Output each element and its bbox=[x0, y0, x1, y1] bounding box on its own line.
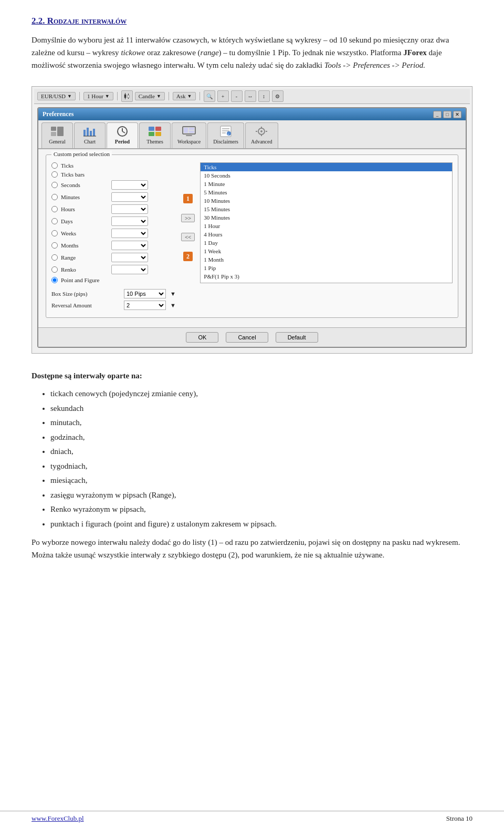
chart-type-arrow: ▼ bbox=[156, 94, 161, 99]
svg-rect-9 bbox=[83, 130, 86, 136]
list-item[interactable]: 1 Hour bbox=[201, 222, 452, 230]
dialog-maximize-btn[interactable]: □ bbox=[443, 111, 452, 118]
list-item: sekundach bbox=[50, 402, 472, 416]
list-item[interactable]: 1 Day bbox=[201, 239, 452, 247]
radio-seconds-input[interactable] bbox=[51, 182, 58, 188]
hours-select[interactable] bbox=[111, 204, 148, 214]
radio-range-label: Range bbox=[61, 254, 108, 261]
list-item: tickach cenowych (pojedynczej zmianie ce… bbox=[50, 387, 472, 401]
period-list[interactable]: Ticks10 Seconds1 Minute5 Minutes10 Minut… bbox=[200, 162, 453, 283]
radio-minutes-input[interactable] bbox=[51, 194, 58, 200]
radio-weeks-input[interactable] bbox=[51, 230, 58, 236]
toolbar-separator-1 bbox=[79, 92, 80, 100]
radio-range-input[interactable] bbox=[51, 254, 58, 261]
radio-renko: Renko bbox=[51, 265, 176, 274]
toolbar-btn-6[interactable]: ⚙ bbox=[272, 90, 284, 102]
radio-months-input[interactable] bbox=[51, 242, 58, 249]
days-select[interactable] bbox=[111, 216, 148, 226]
radio-renko-input[interactable] bbox=[51, 266, 58, 273]
page-footer: www.ForexClub.pl Strona 10 bbox=[0, 811, 504, 826]
toolbar-btn-4[interactable]: ↔ bbox=[245, 90, 256, 102]
dialog-footer: OK Cancel Default bbox=[38, 327, 466, 347]
months-select[interactable] bbox=[111, 241, 148, 250]
tab-advanced-label: Advanced bbox=[251, 139, 272, 144]
renko-select[interactable] bbox=[111, 265, 148, 274]
tab-themes[interactable]: Themes bbox=[139, 122, 171, 148]
pnf-reversal-select[interactable]: 2 bbox=[124, 301, 166, 310]
list-item[interactable]: Ticks bbox=[201, 163, 452, 171]
tab-workspace[interactable]: Workspace bbox=[172, 122, 206, 148]
tab-disclaimers[interactable]: i Disclaimers bbox=[207, 122, 244, 148]
list-item[interactable]: 1 Month bbox=[201, 255, 452, 264]
remove-period-btn[interactable]: << bbox=[181, 233, 195, 241]
radio-point-figure: Point and Figure bbox=[51, 277, 176, 283]
list-item: tygodniach, bbox=[50, 460, 472, 473]
dialog-tabs: General Chart bbox=[38, 120, 466, 149]
list-item[interactable]: 10 Minutes bbox=[201, 197, 452, 205]
list-item[interactable]: 1 Pip bbox=[201, 264, 452, 272]
list-item[interactable]: P&F(10 Pips x 2) bbox=[201, 281, 452, 283]
tab-period[interactable]: Period bbox=[107, 122, 138, 148]
candle-chart-icon bbox=[123, 92, 131, 100]
toolbar-btn-5[interactable]: ↕ bbox=[258, 90, 270, 102]
list-item[interactable]: 10 Seconds bbox=[201, 171, 452, 180]
screenshot-container: EUR/USD ▼ 1 Hour ▼ Candle ▼ Ask ▼ bbox=[32, 86, 472, 354]
candle-icon[interactable] bbox=[121, 90, 133, 102]
svg-rect-6 bbox=[51, 127, 56, 131]
disclaimers-tab-icon: i bbox=[218, 125, 233, 138]
list-item[interactable]: 1 Minute bbox=[201, 180, 452, 188]
svg-rect-17 bbox=[149, 127, 154, 131]
svg-point-33 bbox=[260, 130, 262, 132]
pair-selector[interactable]: EUR/USD ▼ bbox=[37, 92, 76, 100]
radio-ticks-bars-input[interactable] bbox=[51, 171, 58, 178]
weeks-select[interactable] bbox=[111, 229, 148, 238]
default-button[interactable]: Default bbox=[276, 332, 318, 343]
range-select[interactable] bbox=[111, 253, 148, 262]
svg-rect-12 bbox=[93, 129, 95, 136]
section-body-heading: Dostępne są interwały oparte na: bbox=[32, 369, 472, 382]
list-item[interactable]: 15 Minutes bbox=[201, 205, 452, 213]
list-item[interactable]: 5 Minutes bbox=[201, 188, 452, 197]
list-item[interactable]: 1 Week bbox=[201, 247, 452, 255]
timeframe-selector[interactable]: 1 Hour ▼ bbox=[83, 92, 113, 100]
advanced-tab-icon bbox=[254, 125, 269, 138]
body-list: tickach cenowych (pojedynczej zmianie ce… bbox=[50, 387, 472, 531]
cancel-button[interactable]: Cancel bbox=[226, 332, 268, 343]
list-item[interactable]: 4 Hours bbox=[201, 230, 452, 239]
chart-type-selector[interactable]: Candle ▼ bbox=[135, 92, 165, 100]
minutes-select[interactable] bbox=[111, 192, 148, 202]
svg-rect-24 bbox=[189, 131, 194, 133]
seconds-select[interactable] bbox=[111, 180, 148, 190]
svg-rect-11 bbox=[90, 131, 92, 136]
dialog-minimize-btn[interactable]: _ bbox=[433, 111, 442, 118]
toolbar-btn-1[interactable]: 🔍 bbox=[204, 90, 215, 102]
tab-disclaimers-label: Disclaimers bbox=[213, 139, 238, 144]
radio-ticks-input[interactable] bbox=[51, 162, 58, 169]
radio-seconds-label: Seconds bbox=[61, 182, 108, 188]
list-item[interactable]: 30 Minutes bbox=[201, 213, 452, 222]
paragraph-1: Domyślnie do wyboru jest aż 11 interwałó… bbox=[32, 34, 472, 71]
period-left-panel: Ticks Ticks bars Seconds bbox=[51, 162, 176, 312]
pnf-box-size-select[interactable]: 10 Pips bbox=[124, 289, 166, 298]
footer-link[interactable]: www.ForexClub.pl bbox=[32, 814, 84, 823]
list-item: minutach, bbox=[50, 416, 472, 430]
price-type-selector[interactable]: Ask ▼ bbox=[173, 92, 196, 100]
pnf-reversal-row: Reversal Amount 2 ▼ bbox=[51, 301, 176, 310]
radio-ticks: Ticks bbox=[51, 162, 176, 169]
dialog-close-btn[interactable]: ✕ bbox=[453, 111, 461, 118]
tab-chart[interactable]: Chart bbox=[74, 122, 106, 148]
tab-general[interactable]: General bbox=[41, 122, 73, 148]
toolbar-btn-2[interactable]: + bbox=[217, 90, 229, 102]
list-item[interactable]: P&F(1 Pip x 3) bbox=[201, 272, 452, 281]
radio-days-input[interactable] bbox=[51, 218, 58, 224]
ok-button[interactable]: OK bbox=[186, 332, 218, 343]
radio-hours-input[interactable] bbox=[51, 206, 58, 212]
svg-rect-0 bbox=[124, 95, 126, 98]
radio-minutes: Minutes bbox=[51, 192, 176, 202]
footer-page: Strona 10 bbox=[446, 814, 472, 823]
tab-advanced[interactable]: Advanced bbox=[245, 122, 278, 148]
radio-ticks-bars-label: Ticks bars bbox=[61, 171, 108, 178]
add-period-btn[interactable]: >> bbox=[181, 214, 195, 222]
toolbar-btn-3[interactable]: - bbox=[231, 90, 243, 102]
radio-point-figure-input[interactable] bbox=[51, 277, 58, 283]
